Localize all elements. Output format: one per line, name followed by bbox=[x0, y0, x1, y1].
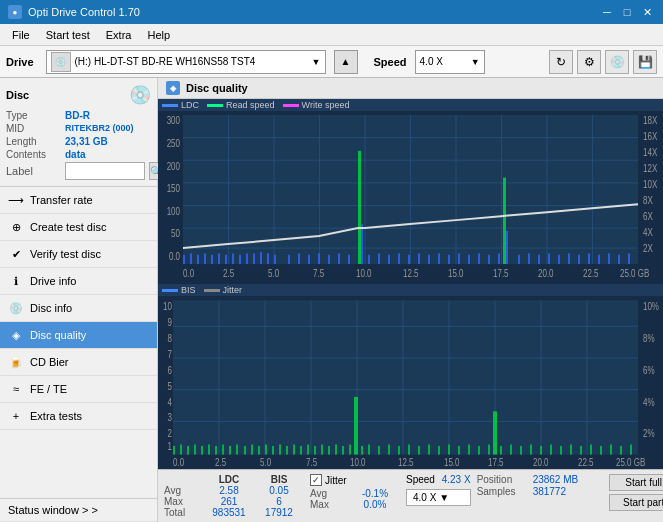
svg-rect-126 bbox=[180, 444, 182, 454]
svg-text:17.5: 17.5 bbox=[488, 456, 504, 469]
svg-text:12.5: 12.5 bbox=[403, 267, 419, 279]
minimize-button[interactable]: ─ bbox=[599, 4, 615, 20]
menu-help[interactable]: Help bbox=[139, 27, 178, 43]
svg-rect-74 bbox=[538, 255, 540, 264]
eject-button[interactable]: ▲ bbox=[334, 50, 358, 74]
svg-rect-143 bbox=[286, 446, 288, 455]
svg-rect-131 bbox=[215, 446, 217, 455]
svg-rect-142 bbox=[279, 444, 281, 454]
label-key: Label bbox=[6, 165, 61, 177]
svg-rect-163 bbox=[458, 446, 460, 455]
create-test-disc-icon: ⊕ bbox=[8, 219, 24, 235]
jitter-checkbox[interactable] bbox=[310, 474, 322, 486]
app-title: Opti Drive Control 1.70 bbox=[28, 6, 140, 18]
settings-button[interactable]: ⚙ bbox=[577, 50, 601, 74]
svg-text:7: 7 bbox=[168, 348, 173, 361]
svg-rect-155 bbox=[378, 446, 380, 455]
svg-text:18X: 18X bbox=[643, 114, 658, 126]
svg-rect-167 bbox=[500, 446, 502, 455]
sidebar-item-disc-info[interactable]: 💿 Disc info bbox=[0, 295, 157, 322]
label-input[interactable] bbox=[65, 162, 145, 180]
svg-rect-83 bbox=[628, 253, 630, 264]
total-label: Total bbox=[164, 507, 204, 518]
drive-info-icon: ℹ bbox=[8, 273, 24, 289]
svg-rect-174 bbox=[570, 444, 572, 454]
svg-text:10X: 10X bbox=[643, 178, 658, 190]
svg-rect-55 bbox=[348, 255, 350, 264]
save-button[interactable]: 💾 bbox=[633, 50, 657, 74]
jitter-avg-label: Avg bbox=[310, 488, 350, 499]
drive-icon: 💿 bbox=[51, 52, 71, 72]
content-area: ◈ Disc quality LDC Read speed bbox=[158, 78, 663, 522]
length-key: Length bbox=[6, 136, 61, 147]
drive-display: (H:) HL-DT-ST BD-RE WH16NS58 TST4 bbox=[75, 56, 308, 67]
disc-image-icon: 💿 bbox=[129, 84, 151, 106]
speed-label: Speed bbox=[374, 56, 407, 68]
jitter-legend-color bbox=[204, 289, 220, 292]
app-icon: ● bbox=[8, 5, 22, 19]
svg-text:15.0: 15.0 bbox=[444, 456, 460, 469]
status-window-button[interactable]: Status window > > bbox=[0, 499, 157, 522]
speed-stat-select[interactable]: 4.0 X ▼ bbox=[406, 489, 471, 506]
svg-rect-141 bbox=[272, 446, 274, 455]
sidebar-item-cd-bier[interactable]: 🍺 CD Bier bbox=[0, 349, 157, 376]
menu-start-test[interactable]: Start test bbox=[38, 27, 98, 43]
menubar: File Start test Extra Help bbox=[0, 24, 663, 46]
svg-rect-43 bbox=[253, 253, 255, 264]
read-speed-legend-label: Read speed bbox=[226, 100, 275, 110]
ldc-header: LDC bbox=[204, 474, 254, 485]
speed-value: 4.0 X bbox=[420, 56, 471, 67]
total-ldc: 983531 bbox=[204, 507, 254, 518]
svg-rect-72 bbox=[518, 255, 520, 264]
nav-menu: ⟶ Transfer rate ⊕ Create test disc ✔ Ver… bbox=[0, 187, 157, 430]
svg-text:2X: 2X bbox=[643, 242, 653, 254]
start-full-button[interactable]: Start full bbox=[609, 474, 663, 491]
sidebar-item-fe-te[interactable]: ≈ FE / TE bbox=[0, 376, 157, 403]
svg-text:10.0: 10.0 bbox=[350, 456, 366, 469]
start-part-button[interactable]: Start part bbox=[609, 494, 663, 511]
svg-rect-50 bbox=[298, 253, 300, 264]
nav-label-verify-test-disc: Verify test disc bbox=[30, 248, 101, 260]
sidebar-item-create-test-disc[interactable]: ⊕ Create test disc bbox=[0, 214, 157, 241]
samples-label: Samples bbox=[477, 486, 532, 497]
sidebar-item-transfer-rate[interactable]: ⟶ Transfer rate bbox=[0, 187, 157, 214]
bis-legend-color bbox=[162, 289, 178, 292]
menu-extra[interactable]: Extra bbox=[98, 27, 140, 43]
maximize-button[interactable]: □ bbox=[619, 4, 635, 20]
total-bis: 17912 bbox=[254, 507, 304, 518]
svg-rect-68 bbox=[468, 255, 470, 264]
speed-selector[interactable]: 4.0 X ▼ bbox=[415, 50, 485, 74]
stats-empty-header bbox=[164, 474, 204, 485]
sidebar-item-verify-test-disc[interactable]: ✔ Verify test disc bbox=[0, 241, 157, 268]
svg-rect-53 bbox=[328, 255, 330, 264]
close-button[interactable]: ✕ bbox=[639, 4, 655, 20]
svg-rect-134 bbox=[236, 444, 238, 454]
contents-value: data bbox=[65, 149, 86, 160]
disc-button[interactable]: 💿 bbox=[605, 50, 629, 74]
svg-rect-81 bbox=[608, 253, 610, 264]
drive-selector[interactable]: 💿 (H:) HL-DT-ST BD-RE WH16NS58 TST4 ▼ bbox=[46, 50, 326, 74]
svg-rect-144 bbox=[293, 444, 295, 454]
sidebar-item-disc-quality[interactable]: ◈ Disc quality bbox=[0, 322, 157, 349]
verify-test-disc-icon: ✔ bbox=[8, 246, 24, 262]
contents-key: Contents bbox=[6, 149, 61, 160]
svg-rect-177 bbox=[600, 446, 602, 455]
svg-rect-37 bbox=[211, 255, 213, 264]
svg-text:8: 8 bbox=[168, 332, 173, 345]
sidebar-item-drive-info[interactable]: ℹ Drive info bbox=[0, 268, 157, 295]
jitter-max: 0.0% bbox=[350, 499, 400, 510]
bis-header: BIS bbox=[254, 474, 304, 485]
disc-quality-icon: ◈ bbox=[8, 327, 24, 343]
svg-text:6: 6 bbox=[168, 363, 173, 376]
svg-rect-165 bbox=[478, 446, 480, 455]
refresh-button[interactable]: ↻ bbox=[549, 50, 573, 74]
svg-rect-56 bbox=[503, 178, 506, 265]
svg-rect-47 bbox=[358, 151, 361, 264]
svg-text:6X: 6X bbox=[643, 210, 653, 222]
sidebar-item-extra-tests[interactable]: + Extra tests bbox=[0, 403, 157, 430]
svg-rect-65 bbox=[438, 253, 440, 264]
max-label: Max bbox=[164, 496, 204, 507]
nav-label-extra-tests: Extra tests bbox=[30, 410, 82, 422]
position-val: 23862 MB bbox=[533, 474, 603, 485]
menu-file[interactable]: File bbox=[4, 27, 38, 43]
